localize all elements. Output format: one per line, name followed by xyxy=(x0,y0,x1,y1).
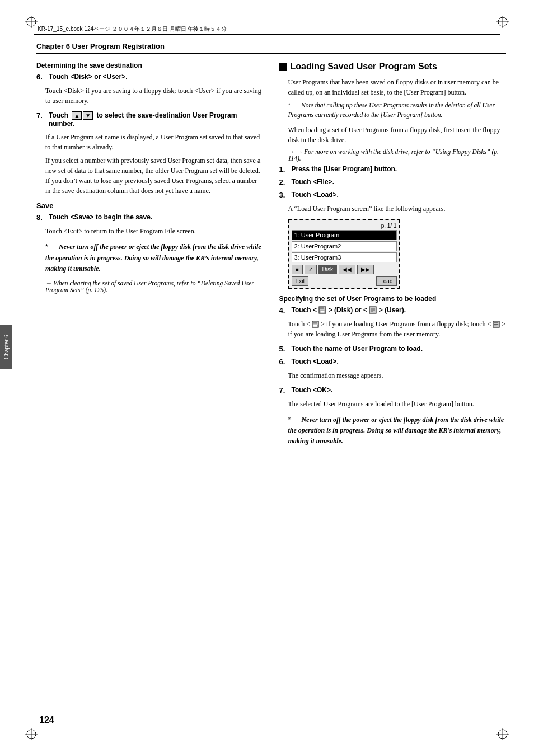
screen-page-indicator: p. 1/ 1 xyxy=(292,223,397,229)
step-8-header: 8. Touch <Save> to begin the save. xyxy=(36,213,264,222)
right-step-5-num: 5. xyxy=(279,345,289,353)
right-step-7-sub: The selected User Programs are loaded to… xyxy=(288,399,507,409)
specifying-section-title: Specifying the set of User Programs to b… xyxy=(279,295,507,303)
arrow-up-btn[interactable]: ▲ xyxy=(72,111,82,120)
step-8-text: Touch <Save> to begin the save. xyxy=(49,213,152,221)
step-6-header: 6. Touch <Disk> or <User>. xyxy=(36,73,264,81)
right-step-6-text: Touch <Load>. xyxy=(292,358,339,365)
arrow-down-btn[interactable]: ▼ xyxy=(83,111,93,120)
right-step-6-num: 6. xyxy=(279,358,289,366)
left-section-title: Determining the save destination xyxy=(36,62,264,69)
screen-mockup: p. 1/ 1 1: User Program 2: UserProgram2 … xyxy=(288,219,400,289)
right-step-7-text: Touch <OK>. xyxy=(292,386,333,394)
step-7: 7. Touch ▲ ▼ to select the save-destinat… xyxy=(36,111,264,196)
right-step-7-header: 7. Touch <OK>. xyxy=(279,386,507,395)
step-7-header: 7. Touch ▲ ▼ to select the save-destinat… xyxy=(36,111,264,128)
step-8-num: 8. xyxy=(36,213,46,222)
svg-rect-20 xyxy=(313,321,317,324)
note-star: * xyxy=(288,102,293,109)
screen-btn-check[interactable]: ✓ xyxy=(305,265,317,274)
header-bar: KR-17_15_e.book 124ページ ２００４年１２月６日 月曜日 午後… xyxy=(34,24,500,35)
screen-btn-stop[interactable]: ■ xyxy=(292,265,303,274)
right-step-6-header: 6. Touch <Load>. xyxy=(279,358,507,366)
right-intro2: When loading a set of User Programs from… xyxy=(288,125,507,145)
screen-btn-disk[interactable]: Disk xyxy=(318,265,337,274)
right-step-3-sub: A “Load User Program screen” like the fo… xyxy=(288,204,507,214)
right-step-7-num: 7. xyxy=(279,386,289,395)
right-step-3: 3. Touch <Load>. A “Load User Program sc… xyxy=(279,191,507,214)
screen-top-buttons: ■ ✓ Disk ◀◀ ▶▶ xyxy=(292,265,397,274)
screen-row-1[interactable]: 1: User Program xyxy=(292,230,397,240)
right-step-5: 5. Touch the name of User Program to loa… xyxy=(279,345,507,353)
file-info: KR-17_15_e.book 124ページ ２００４年１２月６日 月曜日 午後… xyxy=(38,25,227,33)
svg-rect-13 xyxy=(320,307,324,309)
screen-btn-nav1[interactable]: ◀◀ xyxy=(339,265,355,274)
left-warning-text: Never turn off the power or eject the fl… xyxy=(45,243,261,272)
right-step-1-text: Press the [User Program] button. xyxy=(292,165,397,173)
right-intro1: User Programs that have been saved on fl… xyxy=(288,77,507,97)
reg-mark-bl xyxy=(25,728,38,740)
reg-mark-br xyxy=(496,728,509,740)
right-step-6: 6. Touch <Load>. The confirmation messag… xyxy=(279,358,507,381)
chapter-heading: Chapter 6 User Program Registration xyxy=(36,42,506,54)
section-title-square xyxy=(279,63,287,71)
step-7-sub1: If a User Program set name is displayed,… xyxy=(45,132,264,152)
right-step-4-sub: Touch < > if you are loading User Progra… xyxy=(288,319,507,339)
disk-icon-sub xyxy=(312,321,319,328)
right-step-1-num: 1. xyxy=(279,165,289,173)
right-step-4: 4. Touch < > (Disk) or < xyxy=(279,306,507,339)
disk-icon-inline xyxy=(318,306,326,314)
step-6-num: 6. xyxy=(36,73,46,81)
step-7-label: Touch ▲ ▼ to select the save-destination… xyxy=(49,111,264,128)
svg-rect-21 xyxy=(313,325,317,327)
right-step-3-text: Touch <Load>. xyxy=(292,191,339,199)
right-step-2: 2. Touch <File>. xyxy=(279,178,507,186)
step-6-sub: Touch <Disk> if you are saving to a flop… xyxy=(45,86,264,106)
screen-btn-load[interactable]: Load xyxy=(376,276,396,286)
right-step-3-header: 3. Touch <Load>. xyxy=(279,191,507,199)
step-7-num: 7. xyxy=(36,111,46,120)
right-step-2-num: 2. xyxy=(279,178,289,186)
right-step-4-content: Touch < > (Disk) or < xyxy=(292,306,406,314)
right-step-3-num: 3. xyxy=(279,191,289,199)
chapter-tab: Chapter 6 xyxy=(0,325,12,369)
screen-row-3[interactable]: 3: UserProgram3 xyxy=(292,252,397,262)
right-note-italic-wrapper: * Note that calling up these User Progra… xyxy=(288,101,507,120)
left-column: Determining the save destination 6. Touc… xyxy=(36,62,264,452)
user-icon-sub xyxy=(493,321,500,328)
step-8: 8. Touch <Save> to begin the save. Touch… xyxy=(36,213,264,236)
step-7-sub2: If you select a number with previously s… xyxy=(45,156,264,196)
user-icon-inline xyxy=(369,306,377,314)
warning-star-right: * xyxy=(288,416,291,424)
screen-btn-nav2[interactable]: ▶▶ xyxy=(357,265,374,274)
screen-bottom-buttons: Exit Load xyxy=(292,276,397,286)
screen-row-2[interactable]: 2: UserProgram2 xyxy=(292,241,397,251)
step-6-text: Touch <Disk> or <User>. xyxy=(49,73,128,81)
main-content: Chapter 6 User Program Registration Dete… xyxy=(36,42,506,728)
left-warning: * Never turn off the power or eject the … xyxy=(45,242,264,274)
right-warning-text: Never turn off the power or eject the fl… xyxy=(288,416,504,445)
right-note-italic: Note that calling up these User Programs… xyxy=(288,102,495,118)
svg-rect-14 xyxy=(320,311,325,313)
warning-star-left: * xyxy=(45,243,48,251)
two-column-layout: Determining the save destination 6. Touc… xyxy=(36,62,506,452)
right-section-title: Loading Saved User Program Sets xyxy=(279,62,507,72)
right-step-1: 1. Press the [User Program] button. xyxy=(279,165,507,173)
right-step-4-num: 4. xyxy=(279,306,289,314)
page: KR-17_15_e.book 124ページ ２００４年１２月６日 月曜日 午後… xyxy=(0,0,534,756)
step-8-sub: Touch <Exit> to return to the User Progr… xyxy=(45,226,264,236)
left-note-arrow: → When clearing the set of saved User Pr… xyxy=(45,280,264,293)
right-step-5-text: Touch the name of User Program to load. xyxy=(292,345,423,353)
right-step-6-sub: The confirmation message appears. xyxy=(288,370,507,381)
right-step-7: 7. Touch <OK>. The selected User Program… xyxy=(279,386,507,409)
right-step-4-header: 4. Touch < > (Disk) or < xyxy=(279,306,507,314)
right-column: Loading Saved User Program Sets User Pro… xyxy=(279,62,507,452)
step-6: 6. Touch <Disk> or <User>. Touch <Disk> … xyxy=(36,73,264,106)
save-section-title: Save xyxy=(36,201,264,210)
right-warning: * Never turn off the power or eject the … xyxy=(288,415,507,447)
right-step-2-text: Touch <File>. xyxy=(292,178,334,186)
screen-btn-exit[interactable]: Exit xyxy=(292,276,309,286)
right-note-arrow: → → For more on working with the disk dr… xyxy=(288,148,507,162)
arrow-buttons: ▲ ▼ xyxy=(72,111,93,120)
